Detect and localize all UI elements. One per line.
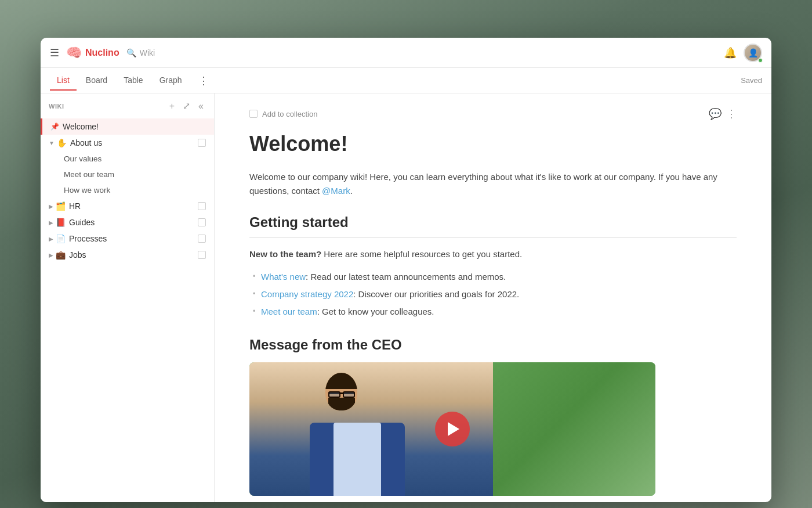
- play-button[interactable]: [435, 412, 470, 446]
- guides-checkbox[interactable]: [198, 218, 206, 226]
- jobs-checkbox[interactable]: [198, 251, 206, 259]
- search-icon: 🔍: [126, 48, 136, 57]
- more-options-icon[interactable]: ⋮: [194, 72, 213, 89]
- avatar-wrapper: 👤: [744, 44, 762, 62]
- meet-our-team-label: Meet our team: [64, 170, 206, 179]
- our-values-label: Our values: [64, 154, 206, 163]
- guides-label: Guides: [69, 218, 198, 227]
- topbar-right: 🔔 👤: [724, 44, 762, 62]
- sidebar: WIKI + ⤢ « 📌 Welcome! ▼ ✋ About us: [41, 93, 215, 502]
- logo: 🧠 Nuclino: [66, 45, 119, 60]
- ceo-video[interactable]: [249, 362, 655, 496]
- how-we-work-label: How we work: [64, 186, 206, 194]
- tab-board[interactable]: Board: [79, 71, 114, 91]
- company-strategy-link[interactable]: Company strategy 2022: [261, 289, 353, 299]
- sidebar-item-our-values[interactable]: Our values: [41, 151, 214, 167]
- bell-icon[interactable]: 🔔: [724, 46, 737, 59]
- more-options-content-icon[interactable]: ⋮: [726, 107, 737, 120]
- app-window: ☰ 🧠 Nuclino 🔍 Wiki 🔔 👤 List Board Table …: [41, 38, 771, 502]
- about-us-checkbox[interactable]: [198, 139, 206, 147]
- chevron-right-icon3[interactable]: ▶: [49, 236, 53, 242]
- hr-label: HR: [69, 201, 198, 211]
- tab-table[interactable]: Table: [117, 71, 150, 91]
- comment-icon[interactable]: 💬: [709, 107, 722, 120]
- whats-new-text: : Read our latest team announcements and…: [306, 272, 506, 282]
- chevron-right-icon4[interactable]: ▶: [49, 252, 53, 258]
- hr-emoji: 🗂️: [56, 201, 66, 211]
- guides-emoji: 📕: [56, 218, 66, 227]
- jobs-label: Jobs: [69, 250, 198, 260]
- sidebar-item-label: Welcome!: [63, 122, 206, 131]
- avatar-online-dot: [758, 58, 763, 63]
- content-topbar: Add to collection 💬 ⋮: [249, 107, 737, 120]
- list-item-meet-team: Meet our team: Get to know your colleagu…: [249, 303, 737, 320]
- company-strategy-text: : Discover our priorities and goals for …: [353, 289, 519, 299]
- content-actions: 💬 ⋮: [709, 107, 737, 120]
- sidebar-item-how-we-work[interactable]: How we work: [41, 182, 214, 198]
- search-placeholder: Wiki: [140, 48, 155, 57]
- topbar-left: ☰ 🧠 Nuclino 🔍 Wiki: [50, 45, 724, 60]
- sidebar-wiki-label: WIKI: [49, 103, 162, 110]
- topbar: ☰ 🧠 Nuclino 🔍 Wiki 🔔 👤: [41, 38, 771, 68]
- main-area: WIKI + ⤢ « 📌 Welcome! ▼ ✋ About us: [41, 93, 771, 502]
- processes-checkbox[interactable]: [198, 235, 206, 243]
- processes-emoji: 📄: [56, 234, 66, 243]
- sidebar-item-about-us[interactable]: ▼ ✋ About us: [41, 135, 214, 151]
- sidebar-item-about-label: About us: [70, 138, 198, 147]
- processes-label: Processes: [69, 234, 198, 243]
- saved-label: Saved: [741, 76, 762, 85]
- sidebar-item-jobs[interactable]: ▶ 💼 Jobs: [41, 247, 214, 263]
- chevron-down-icon[interactable]: ▼: [49, 140, 55, 146]
- welcome-paragraph: Welcome to our company wiki! Here, you c…: [249, 170, 737, 198]
- add-to-collection[interactable]: Add to collection: [249, 110, 317, 118]
- section-divider: [249, 237, 737, 238]
- tab-list[interactable]: List: [50, 71, 77, 91]
- getting-started-title: Getting started: [249, 214, 737, 230]
- list-item-whats-new: What's new: Read our latest team announc…: [249, 268, 737, 286]
- pin-icon: 📌: [50, 123, 59, 131]
- mention-mark[interactable]: @Mark: [322, 186, 350, 196]
- chevron-right-icon[interactable]: ▶: [49, 203, 53, 210]
- collapse-sidebar-button[interactable]: «: [196, 100, 206, 113]
- new-to-team-text: New to the team? Here are some helpful r…: [249, 247, 737, 261]
- whats-new-link[interactable]: What's new: [261, 272, 306, 282]
- tabbar: List Board Table Graph ⋮ Saved: [41, 68, 771, 93]
- jobs-emoji: 💼: [56, 250, 66, 260]
- sidebar-item-welcome[interactable]: 📌 Welcome!: [41, 118, 214, 135]
- collection-checkbox[interactable]: [249, 110, 258, 118]
- add-to-collection-label: Add to collection: [262, 110, 317, 118]
- add-page-button[interactable]: +: [167, 100, 177, 113]
- resource-list: What's new: Read our latest team announc…: [249, 268, 737, 320]
- list-item-company-strategy: Company strategy 2022: Discover our prio…: [249, 286, 737, 303]
- expand-sidebar-button[interactable]: ⤢: [180, 99, 193, 113]
- search-bar[interactable]: 🔍 Wiki: [126, 48, 155, 57]
- hamburger-icon[interactable]: ☰: [50, 46, 59, 59]
- chevron-right-icon2[interactable]: ▶: [49, 219, 53, 226]
- sidebar-item-processes[interactable]: ▶ 📄 Processes: [41, 230, 214, 247]
- tab-graph[interactable]: Graph: [153, 71, 189, 91]
- page-title: Welcome!: [249, 132, 737, 156]
- sidebar-item-hr[interactable]: ▶ 🗂️ HR: [41, 198, 214, 214]
- play-triangle-icon: [448, 422, 459, 436]
- sidebar-actions: + ⤢ «: [167, 99, 206, 113]
- logo-brain-icon: 🧠: [66, 45, 82, 60]
- sidebar-item-guides[interactable]: ▶ 📕 Guides: [41, 214, 214, 230]
- meet-team-text: : Get to know your colleagues.: [317, 307, 434, 316]
- new-to-team-bold: New to the team?: [249, 249, 321, 259]
- hr-checkbox[interactable]: [198, 202, 206, 210]
- sidebar-item-meet-our-team[interactable]: Meet our team: [41, 167, 214, 182]
- about-us-emoji: ✋: [57, 138, 67, 147]
- ceo-section-title: Message from the CEO: [249, 337, 737, 353]
- content-area: Add to collection 💬 ⋮ Welcome! Welcome t…: [215, 93, 771, 502]
- meet-team-link[interactable]: Meet our team: [261, 307, 317, 316]
- logo-text: Nuclino: [85, 48, 119, 58]
- sidebar-header: WIKI + ⤢ «: [41, 93, 214, 118]
